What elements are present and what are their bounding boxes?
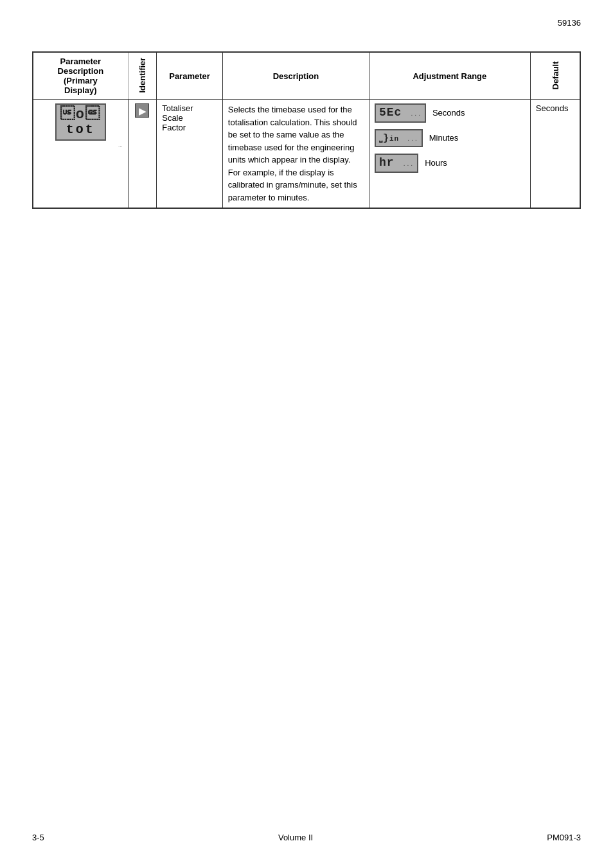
adjustment-row-hours: hr ... Hours bbox=[375, 154, 525, 173]
adjustment-row-seconds: 5Ec ... Seconds bbox=[375, 103, 525, 123]
adj-display-minutes: ˽}in ... bbox=[375, 129, 423, 147]
header-parameter: Parameter bbox=[157, 52, 223, 100]
description-text: Selects the timebase used for the totali… bbox=[228, 105, 357, 202]
display-sub-text: ... bbox=[39, 142, 123, 148]
cell-description: Selects the timebase used for the totali… bbox=[222, 100, 369, 209]
adj-display-hours: hr ... bbox=[375, 154, 418, 173]
header-param-desc: ParameterDescription(PrimaryDisplay) bbox=[33, 52, 128, 100]
footer-right: PM091-3 bbox=[547, 833, 581, 842]
parameter-text: TotaliserScaleFactor bbox=[162, 103, 193, 132]
table-row: o tot ... ▶ TotaliserScaleFactor bbox=[33, 100, 580, 209]
display-screen: o tot bbox=[55, 103, 106, 141]
default-value: Seconds bbox=[536, 103, 569, 113]
adj-label-hours: Hours bbox=[425, 158, 447, 168]
footer-center: Volume II bbox=[278, 833, 313, 842]
identifier-symbol: ▶ bbox=[135, 103, 149, 118]
header-description: Description bbox=[222, 52, 369, 100]
cell-adjustment: 5Ec ... Seconds ˽}in ... Minutes bbox=[369, 100, 530, 209]
header-default: Default bbox=[530, 52, 580, 100]
adj-label-seconds: Seconds bbox=[432, 108, 465, 118]
adj-label-minutes: Minutes bbox=[429, 133, 459, 143]
adjustment-row-minutes: ˽}in ... Minutes bbox=[375, 129, 525, 147]
page-number: 59136 bbox=[558, 18, 581, 28]
cell-identifier: ▶ bbox=[128, 100, 156, 209]
cell-default: Seconds bbox=[530, 100, 580, 209]
cell-parameter: TotaliserScaleFactor bbox=[157, 100, 223, 209]
page-footer: 3-5 Volume II PM091-3 bbox=[0, 833, 613, 842]
adj-display-seconds: 5Ec ... bbox=[375, 103, 426, 123]
cell-display: o tot ... bbox=[33, 100, 128, 209]
parameter-table: ParameterDescription(PrimaryDisplay) Ide… bbox=[32, 51, 581, 209]
header-adjustment: Adjustment Range bbox=[369, 52, 530, 100]
header-identifier: Identifier bbox=[128, 52, 156, 100]
footer-left: 3-5 bbox=[32, 833, 44, 842]
